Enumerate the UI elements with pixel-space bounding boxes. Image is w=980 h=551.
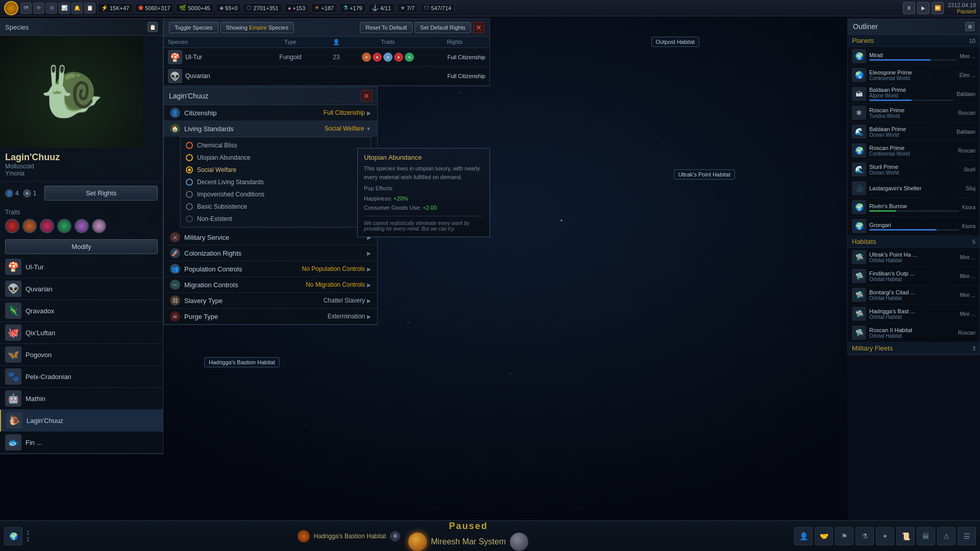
trait-icon-6[interactable]	[92, 219, 106, 233]
resource-naval2[interactable]: ★ 7/7	[397, 3, 418, 13]
planet-info-baldaan2: Baldaan Prime Ocean World	[869, 126, 953, 138]
outliner-habitat-findiban[interactable]: 🛸 Findiban's Outp ... Orbital Habitat Mi…	[848, 267, 979, 286]
outliner-habitat-roscan2[interactable]: 🛸 Roscan II Habitat Orbital Habitat Rosc…	[848, 323, 979, 342]
resource-naval1[interactable]: ⚓ 4/11	[368, 3, 395, 13]
pause-controls[interactable]: ⏸ ▶ ⏩	[903, 2, 944, 14]
resource-energy[interactable]: ⚡ 15K+47	[97, 3, 133, 13]
option-nonexistent[interactable]: Non-Existent	[181, 213, 371, 225]
colonization-row[interactable]: 🚀 Colonization Rights ▶	[164, 245, 377, 261]
bottom-icon-1[interactable]: 🌍	[4, 527, 22, 545]
pause-button[interactable]: ⏸	[903, 2, 915, 14]
icon-btn-6[interactable]: 📋	[84, 3, 95, 14]
resource-influence[interactable]: ◈ 93+0	[216, 3, 241, 13]
bottom-icon-situations[interactable]: ⚠	[937, 527, 955, 545]
fast-button[interactable]: ⏩	[932, 2, 944, 14]
traits-label: Traits	[5, 209, 158, 216]
option-social[interactable]: Social Welfare	[181, 164, 371, 176]
species-list-quvarian[interactable]: 👽 Quvarian	[0, 278, 163, 300]
set-rights-button[interactable]: Set Rights	[44, 186, 158, 201]
bottom-icon-tech[interactable]: ⚗	[855, 527, 874, 545]
species-list-pogovon[interactable]: 🦋 Pogovon	[0, 344, 163, 366]
bottom-icon-diplomacy[interactable]: 🤝	[815, 527, 833, 545]
outliner-habitat-bontargi[interactable]: 🛸 Bontargi's Citad ... Orbital Habitat M…	[848, 286, 979, 305]
resource-naval3[interactable]: 🛡 547/714	[420, 4, 455, 13]
slavery-type-row[interactable]: ⛓ Slavery Type Chattel Slavery ▶	[164, 293, 377, 309]
resource-consumer[interactable]: ● +153	[284, 4, 309, 13]
habitat-settings-icon[interactable]: ⚙	[390, 531, 400, 541]
option-impoverished[interactable]: Impoverished Conditions	[181, 188, 371, 201]
citizenship-row[interactable]: 👤 Citizenship Full Citizenship ▶	[164, 105, 377, 121]
option-decent[interactable]: Decent Living Standards	[181, 176, 371, 188]
icon-btn-2[interactable]: 👁	[33, 3, 44, 14]
outliner-section-habitats[interactable]: Habitats 5	[848, 236, 979, 248]
option-chemical[interactable]: Chemical Bliss	[181, 139, 371, 152]
migration-controls-row[interactable]: ↔ Migration Controls No Migration Contro…	[164, 277, 377, 293]
habitat-label-outpost[interactable]: Outpost Habitat	[651, 37, 699, 47]
bottom-icon-contacts[interactable]: 👤	[794, 527, 813, 545]
bottom-icon-edicts[interactable]: 📜	[896, 527, 915, 545]
species-list-qixluftan[interactable]: 🐙 Qix'Luftan	[0, 322, 163, 344]
resource-minerals[interactable]: ⬟ 5060+317	[135, 3, 174, 13]
species-panel-icon[interactable]: 📋	[148, 22, 158, 32]
icon-btn-4[interactable]: 📊	[59, 3, 70, 14]
resource-unity[interactable]: ☀ +187	[311, 3, 337, 13]
icon-btn-3[interactable]: ⚙	[46, 3, 57, 14]
option-utopian[interactable]: Utopian Abundance	[181, 152, 371, 164]
habitat-label-hadrigga[interactable]: Hadrigga's Bastion Habitat	[204, 357, 280, 367]
trait-icon-1[interactable]	[5, 219, 19, 233]
bottom-icon-menu[interactable]: ☰	[958, 527, 976, 545]
bottom-icon-traditions[interactable]: ✦	[876, 527, 894, 545]
icon-btn-1[interactable]: 🗺	[20, 3, 32, 14]
outliner-planet-sturil[interactable]: 🌊 Sturil Prime Ocean World Sturil	[848, 160, 979, 179]
step-button[interactable]: ▶	[917, 2, 929, 14]
species-row-quvarian[interactable]: 👽 Quvarian Full Citizenship	[164, 67, 489, 86]
outliner-section-fleets[interactable]: Military Fleets 3	[848, 342, 979, 355]
outliner-settings-icon[interactable]: ⚙	[965, 22, 974, 31]
outliner-planet-roscan2[interactable]: 🌍 Roscan Prime Continental World Roscan	[848, 141, 979, 160]
reset-default-button[interactable]: Reset To Default	[360, 22, 412, 33]
resource-science[interactable]: ⚗ +179	[339, 3, 366, 13]
bottom-icon-empire[interactable]: 🏛	[917, 527, 935, 545]
outliner-planet-mirati[interactable]: 🌍 Mirati Mire ...	[848, 47, 979, 66]
resource-alloys[interactable]: ⬡ 2701+351	[243, 3, 282, 13]
dialog-title-bar: Toggle Species Showing Empire Species Re…	[164, 19, 489, 37]
species-row-ul-tur[interactable]: 🍄 Ul-Tur Fungoid 23 ● ● ● ● ● Full Citiz…	[164, 48, 489, 67]
species-list-mathin[interactable]: 🤖 Mathin	[0, 388, 163, 410]
species-list-fin[interactable]: 🐟 Fin ...	[0, 432, 163, 454]
outliner-planet-lastargavin[interactable]: 🌑 Lastargavin's Shelter Siluj	[848, 179, 979, 198]
toggle-species-button[interactable]: Toggle Species	[169, 22, 218, 33]
option-basic[interactable]: Basic Subsistence	[181, 201, 371, 213]
trait-icon-5[interactable]	[75, 219, 89, 233]
modify-button[interactable]: Modify	[5, 239, 158, 254]
outliner-planet-grongari[interactable]: 🌍 Grongari Ksora	[848, 217, 979, 236]
military-service-row[interactable]: ⚔ Military Service ▶	[164, 230, 377, 245]
purge-type-row[interactable]: ☠ Purge Type Extermination ▶	[164, 309, 377, 324]
species-list-qravadox[interactable]: 🦎 Qravadox	[0, 300, 163, 322]
leader-stat: ★ 1	[23, 189, 37, 197]
outliner-planet-riven[interactable]: 🌍 Rivén's Burrow Ksora	[848, 198, 979, 217]
set-default-rights-button[interactable]: Set Default Rights	[414, 22, 471, 33]
outliner-planet-roscan[interactable]: ❄ Roscan Prime Tundra World Roscan	[848, 104, 979, 122]
trait-icon-3[interactable]	[40, 219, 54, 233]
habitat-label-ultraks[interactable]: Ultrak's Point Habitat	[674, 169, 735, 180]
trait-icon-4[interactable]	[57, 219, 71, 233]
empire-icon[interactable]	[4, 1, 18, 15]
living-standards-row[interactable]: 🏠 Living Standards Social Welfare ▼	[164, 121, 377, 137]
resource-food[interactable]: 🌿 5000+45	[176, 3, 213, 13]
species-list-pelx[interactable]: 🐾 Pelx-Cradonian	[0, 366, 163, 388]
population-controls-left: 👥 Population Controls	[170, 264, 242, 274]
outliner-planet-baldaan2[interactable]: 🌊 Baldaan Prime Ocean World Baldaan	[848, 122, 979, 141]
close-button[interactable]: ✕	[473, 22, 484, 33]
rights-popup-close[interactable]: ✕	[361, 90, 372, 102]
outliner-section-planets[interactable]: Planets 10	[848, 35, 979, 47]
outliner-habitat-ultraks[interactable]: 🛸 Ultrak's Point Ha ... Orbital Habitat …	[848, 248, 979, 267]
species-list-laginchuuz[interactable]: 🐌 Lagin'Chuuz	[0, 410, 163, 432]
trait-icon-2[interactable]	[22, 219, 37, 233]
outliner-planet-baldaan1[interactable]: 🏔 Baldaan Prime Alpine World Baldaan	[848, 85, 979, 104]
species-list-ul-tur[interactable]: 🍄 Ul-Tur	[0, 256, 163, 278]
icon-btn-5[interactable]: 🔔	[71, 3, 83, 14]
outliner-habitat-hadrigga[interactable]: 🛸 Hadrigga's Bast ... Orbital Habitat Mi…	[848, 305, 979, 323]
bottom-icon-factions[interactable]: ⚑	[835, 527, 853, 545]
population-controls-row[interactable]: 👥 Population Controls No Population Cont…	[164, 261, 377, 277]
outliner-planet-eleo[interactable]: 🌏 Eleosgone Prime Continental World Eleo…	[848, 66, 979, 85]
